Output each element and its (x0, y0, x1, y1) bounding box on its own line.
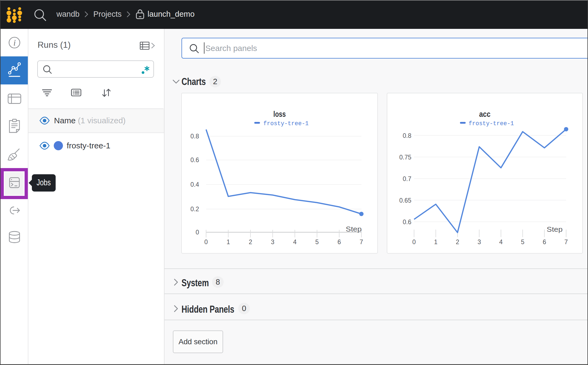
svg-text:0: 0 (204, 238, 208, 245)
svg-text:6: 6 (543, 238, 546, 245)
svg-text:frosty-tree-1: frosty-tree-1 (263, 120, 309, 127)
svg-text:0.6: 0.6 (190, 156, 199, 163)
svg-text:0.4: 0.4 (190, 181, 199, 188)
svg-text:frosty-tree-1: frosty-tree-1 (469, 120, 514, 127)
svg-text:5: 5 (521, 238, 525, 245)
svg-text:0: 0 (196, 229, 199, 236)
svg-text:0.2: 0.2 (190, 206, 199, 213)
svg-text:1: 1 (227, 238, 230, 245)
svg-text:2: 2 (249, 238, 252, 245)
svg-text:Step: Step (346, 225, 362, 233)
svg-text:5: 5 (315, 238, 319, 245)
svg-text:0.8: 0.8 (190, 133, 199, 140)
svg-text:0.7: 0.7 (403, 175, 411, 182)
svg-text:7: 7 (360, 238, 363, 245)
svg-text:3: 3 (271, 238, 274, 245)
svg-text:1: 1 (434, 238, 438, 245)
svg-text:4: 4 (499, 238, 503, 245)
svg-text:4: 4 (293, 238, 297, 245)
svg-text:0.6: 0.6 (403, 219, 411, 226)
svg-text:3: 3 (478, 238, 481, 245)
svg-text:2: 2 (456, 238, 459, 245)
svg-text:0.75: 0.75 (399, 154, 411, 161)
svg-text:i: i (14, 38, 16, 47)
svg-text:Step: Step (547, 226, 563, 233)
svg-text:acc: acc (479, 110, 490, 118)
svg-text:7: 7 (565, 238, 568, 245)
svg-text:6: 6 (338, 238, 341, 245)
svg-text:0.65: 0.65 (399, 197, 411, 204)
svg-text:0: 0 (412, 238, 416, 245)
svg-text:0.8: 0.8 (403, 132, 411, 139)
svg-text:loss: loss (273, 110, 286, 118)
